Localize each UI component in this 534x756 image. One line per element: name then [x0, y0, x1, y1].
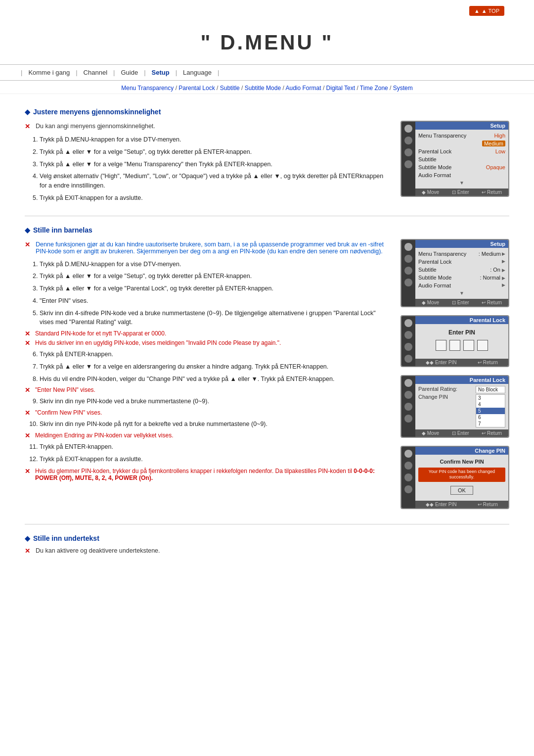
- nav-item-1[interactable]: Channel: [84, 69, 107, 76]
- tv-row-2a-5: Audio Format ▶: [418, 282, 505, 289]
- breadcrumb-item-0[interactable]: Menu Transparency: [121, 85, 174, 92]
- tv-sidebar-2d: [401, 447, 415, 508]
- nav-item-0[interactable]: Komme i gang: [28, 69, 70, 76]
- section3-note-text: Du kan aktivere og deaktivere undertekst…: [36, 547, 160, 554]
- nav-separator-3: |: [144, 69, 145, 76]
- confirm-pin-label: Confirm New PIN: [418, 459, 505, 465]
- top-button[interactable]: ▲ ▲ TOP: [469, 6, 504, 16]
- success-message: Your PIN code has been changed successfu…: [418, 468, 505, 482]
- s2-step-2: Trykk på ▲ eller ▼ for a velge "Setup", …: [40, 272, 391, 281]
- sidebar-icon-2c-2: [404, 391, 412, 399]
- breadcrumb-item-6[interactable]: Time Zone: [360, 85, 388, 92]
- rating-content: Parental Rating: Change PIN No Block 3 4…: [418, 386, 505, 427]
- tv-footer-1: ◆ Move ⊡ Enter ↩ Return: [415, 189, 508, 196]
- nav-item-2[interactable]: Guide: [121, 69, 138, 76]
- inline-note-final-text: Hvis du glemmer PIN-koden, trykker du på…: [35, 468, 391, 481]
- section2-note-text: Denne funksjonen gjør at du kan hindre u…: [36, 241, 391, 255]
- rating-opt-5[interactable]: 5: [476, 408, 505, 414]
- step-1-4: Velg ønsket alternativ ("High", "Medium"…: [40, 172, 391, 190]
- tv-row-1-3: Parental Lock Low: [418, 147, 505, 155]
- section2-heading: ◆ Stille inn barnelas: [25, 226, 509, 234]
- main-content: ◆ Justere menyens gjennomskinnelighet ✕ …: [0, 94, 534, 574]
- breadcrumb-item-7[interactable]: System: [393, 85, 413, 92]
- section1-body: ✕ Du kan angi menyens gjennomskinnelighe…: [25, 121, 509, 206]
- sidebar-icon-2a-3: [404, 267, 412, 275]
- pin-box-3: [463, 340, 474, 351]
- tv-row-2a-4: Subtitle Mode : Normal ▶: [418, 274, 505, 282]
- nav-item-3[interactable]: Setup: [152, 69, 170, 76]
- tv-title-2d: Change PIN: [415, 447, 508, 455]
- pin-box-2: [449, 340, 460, 351]
- no-block-dropdown[interactable]: No Block: [476, 386, 505, 393]
- step-1-3: Trykk på ▲ eller ▼ for a velge "Menu Tra…: [40, 160, 391, 169]
- note-icon-3: ✕: [25, 547, 33, 555]
- section1-screen: Setup Menu Transparency High Medium Pare…: [400, 121, 509, 202]
- sidebar-icon-2b-1: [404, 319, 412, 327]
- diamond-icon-1: ◆: [25, 108, 30, 116]
- section2-steps4: Skriv inn din nye PIN-kode på nytt for a…: [40, 420, 391, 429]
- sidebar-icon-2c-3: [404, 403, 412, 411]
- nav-item-4[interactable]: Language: [183, 69, 212, 76]
- change-pin-label: Change PIN: [418, 394, 457, 400]
- sidebar-icon-4: [404, 160, 412, 168]
- sidebar-icon-3: [404, 148, 412, 156]
- sidebar-icon-2d-1: [404, 450, 412, 458]
- top-arrow-icon: ▲: [474, 8, 480, 14]
- rating-opt-4[interactable]: 4: [476, 401, 505, 408]
- step-1-2: Trykk på ▲ eller ▼ for a velge "Setup", …: [40, 147, 391, 157]
- section2-steps2: Trykk på ENTER-knappen. Trykk på ▲ eller…: [40, 350, 391, 383]
- section1-title: Justere menyens gjennomskinnelighet: [33, 108, 161, 116]
- tv-main-2c: Parental Lock Parental Rating: Change PI…: [415, 376, 508, 437]
- s2-step-1: Trykk på D.MENU-knappen for a vise DTV-m…: [40, 260, 391, 269]
- divider-2: [25, 524, 509, 524]
- top-button-label: ▲ TOP: [482, 8, 499, 14]
- section1-heading: ◆ Justere menyens gjennomskinnelighet: [25, 108, 509, 116]
- inline-note-3-text: "Enter New PIN" vises.: [35, 386, 95, 393]
- breadcrumb-item-1[interactable]: Parental Lock: [178, 85, 215, 92]
- inline-note-1: ✕ Standard PIN-kode for et nytt TV-appar…: [25, 330, 391, 337]
- rating-opt-3[interactable]: 3: [476, 395, 505, 401]
- diamond-icon-3: ◆: [25, 534, 30, 542]
- s2-step-3: Trykk på ▲ eller ▼ for a velge "Parental…: [40, 284, 391, 293]
- nav-separator-4: |: [176, 69, 177, 76]
- tv-footer-2c: ◆ Move ⊡ Enter ↩ Return: [415, 429, 508, 437]
- section2-steps3: Skriv inn din nye PIN-kode ved a bruke n…: [40, 397, 391, 406]
- breadcrumb-item-5[interactable]: Digital Text: [326, 85, 355, 92]
- sidebar-icon-2a-2: [404, 255, 412, 263]
- inline-note-1-text: Standard PIN-kode for et nytt TV-apparat…: [35, 330, 166, 337]
- breadcrumb-item-4[interactable]: Audio Format: [286, 85, 321, 92]
- rating-options: 3 4 5 6 7: [476, 394, 505, 427]
- tv-title-1: Setup: [415, 122, 508, 130]
- tv-row-2a-3: Subtitle : On ▶: [418, 266, 505, 274]
- tv-main-1: Setup Menu Transparency High Medium Pare…: [415, 122, 508, 196]
- tv-screen-2c: Parental Lock Parental Rating: Change PI…: [400, 375, 509, 438]
- s2-step-7: Trykk på ▲ eller ▼ for a velge en alders…: [40, 362, 391, 372]
- sidebar-icon-2d-3: [404, 473, 412, 481]
- tv-main-2a: Setup Menu Transparency : Medium ▶ Paren…: [415, 240, 508, 306]
- inline-note-3: ✕ "Enter New PIN" vises.: [25, 386, 391, 394]
- inline-note-4-text: "Confirm New PIN" vises.: [35, 409, 102, 416]
- rating-opt-6[interactable]: 6: [476, 414, 505, 421]
- tv-row-1-1: Menu Transparency High: [418, 132, 505, 140]
- tv-title-2b: Parental Lock: [415, 316, 508, 324]
- sidebar-icon-2a-1: [404, 243, 412, 251]
- note-icon-2: ✕: [25, 241, 33, 248]
- sidebar-icon-1: [404, 125, 412, 133]
- breadcrumb-item-2[interactable]: Subtitle: [220, 85, 240, 92]
- tv-title-2c: Parental Lock: [415, 376, 508, 384]
- tv-footer-2a: ◆ Move ⊡ Enter ↩ Return: [415, 299, 508, 306]
- inline-note-2: ✕ Hvis du skriver inn en ugyldig PIN-kod…: [25, 339, 391, 347]
- enter-pin-label: Enter PIN: [418, 329, 505, 336]
- inline-note-4: ✕ "Confirm New PIN" vises.: [25, 409, 391, 417]
- rating-opt-7[interactable]: 7: [476, 421, 505, 427]
- ok-button[interactable]: OK: [450, 486, 473, 495]
- inline-note-5: ✕ Meldingen Endring av PIN-koden var vel…: [25, 432, 391, 439]
- step-1-1: Trykk på D.MENU-knappen for a vise DTV-m…: [40, 135, 391, 144]
- tv-sidebar-2c: [401, 376, 415, 437]
- s2-step-5: Skriv inn din 4-sifrede PIN-kode ved a b…: [40, 309, 391, 328]
- breadcrumb: Menu Transparency / Parental Lock / Subt…: [0, 81, 534, 94]
- breadcrumb-item-3[interactable]: Subtitle Mode: [245, 85, 281, 92]
- tv-body-2d: Confirm New PIN Your PIN code has been c…: [415, 455, 508, 501]
- tv-arrow-2a: ▼: [418, 289, 505, 297]
- tv-row-1-5: Subtitle Mode Opaque: [418, 163, 505, 171]
